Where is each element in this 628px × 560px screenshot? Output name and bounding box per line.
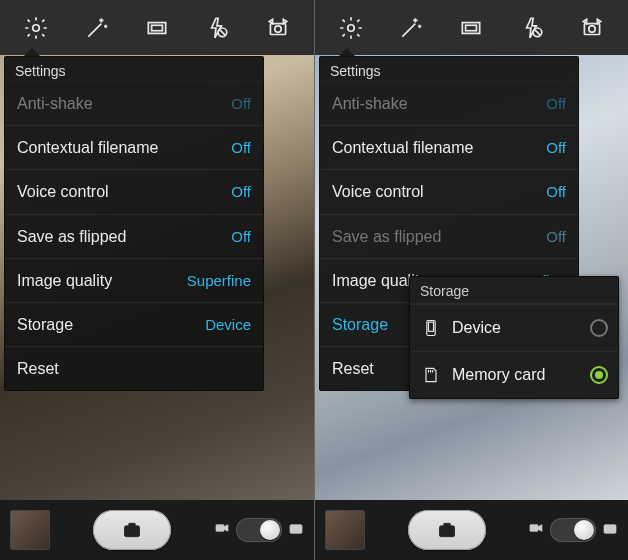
phone-left: Settings Anti-shake Off Contextual filen…	[0, 0, 314, 560]
svg-rect-22	[443, 523, 450, 526]
magic-wand-icon[interactable]	[393, 10, 429, 46]
settings-value: Device	[205, 316, 251, 333]
mode-switch[interactable]	[236, 518, 282, 542]
aspect-frame-icon[interactable]	[139, 10, 175, 46]
sd-card-icon	[420, 364, 442, 386]
svg-rect-9	[216, 525, 224, 532]
camera-top-toolbar	[315, 0, 628, 55]
settings-label: Reset	[17, 359, 59, 378]
radio-unchecked-icon	[590, 319, 608, 337]
camera-bottom-bar	[0, 500, 314, 560]
settings-row-reset[interactable]: Reset	[5, 346, 263, 390]
svg-point-25	[608, 527, 613, 532]
settings-row-contextual-filename[interactable]: Contextual filename Off	[320, 125, 578, 169]
storage-option-memory-card[interactable]: Memory card	[410, 351, 618, 398]
gallery-thumbnail[interactable]	[10, 510, 50, 550]
storage-popover-title: Storage	[410, 277, 618, 304]
video-mode-icon	[214, 520, 230, 540]
device-icon	[420, 317, 442, 339]
settings-row-contextual-filename[interactable]: Contextual filename Off	[5, 125, 263, 169]
phone-right: Settings Anti-shake Off Contextual filen…	[314, 0, 628, 560]
settings-label: Storage	[17, 315, 73, 334]
svg-rect-23	[530, 525, 538, 532]
video-mode-icon	[528, 520, 544, 540]
settings-value: Off	[231, 183, 251, 200]
settings-row-storage[interactable]: Storage Device	[5, 302, 263, 346]
settings-value: Off	[231, 228, 251, 245]
storage-option-device[interactable]: Device	[410, 304, 618, 351]
settings-row-voice-control[interactable]: Voice control Off	[5, 169, 263, 213]
gear-icon[interactable]	[333, 10, 369, 46]
settings-row-voice-control[interactable]: Voice control Off	[320, 169, 578, 213]
flash-off-icon[interactable]	[514, 10, 550, 46]
storage-popover: Storage Device Memory card	[409, 276, 619, 399]
settings-label: Reset	[332, 359, 374, 378]
svg-point-17	[589, 25, 596, 32]
settings-label: Save as flipped	[17, 227, 126, 246]
svg-rect-8	[129, 523, 136, 526]
settings-row-save-as-flipped[interactable]: Save as flipped Off	[5, 214, 263, 258]
settings-label: Contextual filename	[17, 138, 158, 157]
switch-camera-icon[interactable]	[260, 10, 296, 46]
settings-value: Superfine	[187, 272, 251, 289]
settings-label: Contextual filename	[332, 138, 473, 157]
gear-icon[interactable]	[18, 10, 54, 46]
svg-point-12	[348, 24, 355, 31]
flash-off-icon[interactable]	[199, 10, 235, 46]
camera-bottom-bar	[315, 500, 628, 560]
settings-label: Save as flipped	[332, 227, 441, 246]
settings-panel: Settings Anti-shake Off Contextual filen…	[4, 56, 264, 391]
mode-toggle[interactable]	[528, 518, 618, 542]
storage-option-label: Device	[452, 319, 590, 337]
settings-value: Off	[546, 139, 566, 156]
settings-label: Image quality	[17, 271, 112, 290]
svg-point-7	[129, 528, 136, 535]
settings-value: Off	[231, 95, 251, 112]
svg-rect-19	[429, 322, 434, 331]
gallery-thumbnail[interactable]	[325, 510, 365, 550]
svg-rect-2	[152, 25, 163, 30]
settings-label: Anti-shake	[332, 94, 408, 113]
svg-rect-14	[466, 25, 477, 30]
settings-row-anti-shake[interactable]: Anti-shake Off	[320, 81, 578, 125]
switch-camera-icon[interactable]	[574, 10, 610, 46]
settings-row-save-as-flipped[interactable]: Save as flipped Off	[320, 214, 578, 258]
camera-top-toolbar	[0, 0, 314, 55]
settings-label: Voice control	[332, 182, 424, 201]
settings-value: Off	[546, 183, 566, 200]
settings-value: Off	[546, 95, 566, 112]
svg-point-5	[275, 25, 282, 32]
settings-row-anti-shake[interactable]: Anti-shake Off	[5, 81, 263, 125]
settings-label: Storage	[332, 315, 388, 334]
settings-row-image-quality[interactable]: Image quality Superfine	[5, 258, 263, 302]
shutter-button[interactable]	[408, 510, 486, 550]
svg-point-0	[33, 24, 40, 31]
settings-title: Settings	[5, 57, 263, 81]
aspect-frame-icon[interactable]	[453, 10, 489, 46]
photo-mode-icon	[288, 520, 304, 540]
settings-label: Voice control	[17, 182, 109, 201]
mode-switch[interactable]	[550, 518, 596, 542]
radio-checked-icon	[590, 366, 608, 384]
settings-title: Settings	[320, 57, 578, 81]
settings-label: Anti-shake	[17, 94, 93, 113]
settings-value: Off	[546, 228, 566, 245]
svg-point-21	[443, 528, 450, 535]
popover-pointer	[24, 48, 40, 56]
photo-mode-icon	[602, 520, 618, 540]
screenshot-container: Settings Anti-shake Off Contextual filen…	[0, 0, 628, 560]
svg-point-11	[294, 527, 299, 532]
magic-wand-icon[interactable]	[79, 10, 115, 46]
popover-pointer	[339, 48, 355, 56]
settings-value: Off	[231, 139, 251, 156]
mode-toggle[interactable]	[214, 518, 304, 542]
storage-option-label: Memory card	[452, 366, 590, 384]
shutter-button[interactable]	[93, 510, 171, 550]
